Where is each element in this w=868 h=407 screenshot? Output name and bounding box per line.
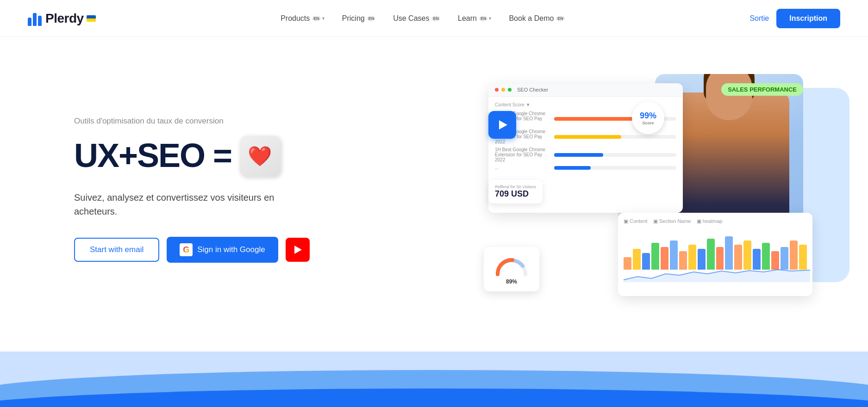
bar-10 [716, 247, 724, 270]
gauge-widget: 89% [484, 247, 539, 291]
bar-14 [753, 249, 761, 270]
nav-pricing-badge: EN [367, 16, 376, 21]
amount-label: Refferal for 50 Visitors [495, 185, 536, 189]
nav-book-demo-badge: EN [556, 16, 565, 21]
google-button-label: Sign in with Google [197, 245, 265, 254]
bar-16 [771, 251, 779, 270]
nav-learn-chevron: ▾ [489, 16, 491, 21]
video-play-icon [499, 120, 507, 130]
bar-8 [698, 249, 706, 270]
bar-9 [707, 239, 715, 270]
hero-section: Outils d'optimisation du taux de convers… [0, 37, 868, 314]
card-row-4-label: ... [495, 165, 550, 170]
logo-text: Plerdy [45, 11, 84, 26]
heart-emoji: ❤️ [248, 145, 272, 167]
ukraine-flag [87, 15, 96, 22]
sales-performance-badge: SALES PERFORMANCE [721, 83, 803, 96]
inscription-button[interactable]: Inscription [776, 9, 840, 28]
hero-headline: UX+SEO = ❤️ [74, 135, 315, 177]
score-number: 99% [640, 111, 656, 121]
navbar: Plerdy Products EN ▾ Pricing EN Use Case… [0, 0, 868, 37]
line-chart [624, 268, 810, 282]
card-bar-fill-2 [554, 135, 621, 139]
card-bar-3 [554, 153, 676, 157]
gauge-svg [493, 253, 530, 277]
bar-6 [679, 251, 687, 270]
bar-5 [670, 240, 678, 270]
analytics-card: ▣ Content ▣ Section Name ▣ heatmap [618, 213, 812, 296]
hero-right-visual: SEO Checker Content Score ▼ 1H Best Goog… [488, 74, 812, 305]
bar-7 [688, 245, 696, 270]
nav-right: Sortie Inscription [749, 9, 840, 28]
logo-bar-3 [38, 16, 42, 26]
hero-subtitle: Outils d'optimisation du taux de convers… [74, 117, 315, 126]
gauge-value: 89% [506, 278, 517, 285]
bar-4 [661, 247, 668, 270]
analytics-tab-1: ▣ Content [624, 218, 648, 224]
bar-11 [725, 236, 733, 270]
wave-footer [0, 333, 868, 407]
bar-0 [624, 257, 631, 270]
heart-key: ❤️ [239, 135, 281, 177]
card-bar-4 [554, 166, 676, 170]
analytics-tab-3: ▣ heatmap [697, 218, 723, 224]
nav-products-chevron: ▾ [322, 16, 325, 21]
card-bar-fill-3 [554, 153, 603, 157]
logo-bar-1 [28, 18, 31, 26]
logo-bar-2 [33, 13, 37, 26]
video-widget[interactable] [488, 111, 516, 139]
youtube-button[interactable] [286, 238, 310, 262]
window-dot-green [508, 88, 512, 92]
nav-pricing-label: Pricing [342, 14, 365, 23]
nav-center: Products EN ▾ Pricing EN Use Cases EN Le… [274, 11, 571, 26]
bar-2 [642, 253, 650, 270]
analytics-header: ▣ Content ▣ Section Name ▣ heatmap [624, 218, 807, 224]
hero-headline-text: UX+SEO = [74, 137, 231, 174]
score-badge: 99% Score [632, 102, 664, 134]
nav-item-use-cases[interactable]: Use Cases EN [387, 11, 447, 26]
hero-buttons: Start with email G Sign in with Google [74, 237, 315, 263]
nav-products-badge: EN [312, 16, 321, 21]
google-g-letter: G [183, 245, 189, 255]
bar-15 [762, 243, 770, 270]
card-header: SEO Checker [488, 83, 683, 97]
analytics-tab-2: ▣ Section Name [653, 218, 691, 224]
bar-3 [651, 243, 659, 270]
person-head [706, 74, 752, 120]
bar-18 [790, 240, 798, 270]
amount-widget: Refferal for 50 Visitors 709 USD [488, 180, 543, 204]
nav-item-learn[interactable]: Learn EN ▾ [451, 11, 498, 26]
bar-17 [781, 247, 788, 270]
sign-in-google-button[interactable]: G Sign in with Google [167, 237, 278, 263]
nav-use-cases-label: Use Cases [393, 14, 429, 23]
logo-icon [28, 11, 42, 26]
card-title: SEO Checker [517, 87, 548, 92]
nav-products-label: Products [281, 14, 310, 23]
card-row-4: ... [495, 165, 676, 170]
nav-item-products[interactable]: Products EN ▾ [274, 11, 331, 26]
logo[interactable]: Plerdy [28, 11, 96, 26]
nav-item-pricing[interactable]: Pricing EN [336, 11, 382, 26]
card-bar-2 [554, 135, 676, 139]
nav-learn-label: Learn [458, 14, 477, 23]
youtube-play-icon [294, 246, 302, 254]
sortie-button[interactable]: Sortie [749, 14, 769, 23]
nav-item-book-demo[interactable]: Book a Demo EN [502, 11, 571, 26]
bar-12 [734, 245, 742, 270]
bar-19 [799, 245, 807, 270]
nav-learn-badge: EN [479, 16, 488, 21]
window-dot-red [495, 88, 499, 92]
bar-chart [624, 228, 807, 274]
card-bar-fill-4 [554, 166, 591, 170]
hero-description: Suivez, analysez et convertissez vos vis… [74, 191, 315, 218]
sales-badge-text: SALES PERFORMANCE [728, 86, 797, 93]
bar-1 [633, 249, 641, 270]
bar-13 [743, 240, 751, 270]
card-row-3-label: 1H Best Google Chrome Extension for SEO … [495, 147, 550, 162]
nav-book-demo-label: Book a Demo [509, 14, 554, 23]
google-icon: G [180, 243, 193, 256]
nav-use-cases-badge: EN [431, 16, 440, 21]
start-with-email-button[interactable]: Start with email [74, 238, 159, 262]
card-row-3: 1H Best Google Chrome Extension for SEO … [495, 147, 676, 162]
window-dot-yellow [501, 88, 505, 92]
